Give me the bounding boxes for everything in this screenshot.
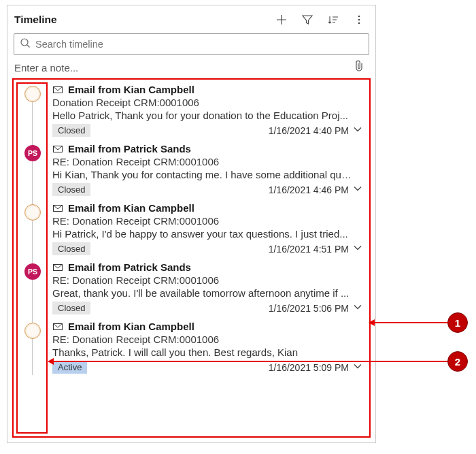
chevron-down-icon[interactable] <box>353 184 362 196</box>
item-subject: RE: Donation Receipt CRM:0001006 <box>52 334 364 345</box>
timestamp: 1/16/2021 4:46 PM <box>269 184 349 195</box>
header-actions <box>272 10 369 29</box>
footer-right: 1/16/2021 4:40 PM <box>269 125 362 137</box>
chevron-down-icon[interactable] <box>353 243 362 255</box>
timeline-item[interactable]: PSEmail from Patrick SandsRE: Donation R… <box>14 139 369 198</box>
item-subject: RE: Donation Receipt CRM:0001006 <box>52 215 364 227</box>
item-subject: RE: Donation Receipt CRM:0001006 <box>52 274 364 286</box>
timestamp: 1/16/2021 4:51 PM <box>269 244 349 255</box>
callout-2: 2 <box>447 351 468 372</box>
note-row[interactable]: Enter a note... <box>7 59 375 77</box>
callout-1: 1 <box>447 312 468 333</box>
footer-right: 1/16/2021 5:06 PM <box>269 302 362 314</box>
status-badge: Closed <box>52 124 90 137</box>
mail-icon <box>52 144 63 155</box>
attachment-icon[interactable] <box>354 60 364 75</box>
timeline-item[interactable]: PSEmail from Patrick SandsRE: Donation R… <box>14 257 369 317</box>
footer-right: 1/16/2021 4:46 PM <box>269 184 362 196</box>
timeline-item[interactable]: Email from Kian CampbellDonation Receipt… <box>14 80 369 139</box>
item-footer: Closed1/16/2021 4:40 PM <box>52 124 364 137</box>
timestamp: 1/16/2021 4:40 PM <box>269 125 349 136</box>
svg-point-2 <box>358 22 360 25</box>
avatar: PS <box>24 145 41 161</box>
avatar <box>24 204 41 221</box>
mail-icon <box>52 262 63 273</box>
chevron-down-icon[interactable] <box>353 361 362 374</box>
callout-2-arrow <box>53 361 450 362</box>
status-badge: Closed <box>52 183 90 196</box>
avatar: PS <box>24 263 41 280</box>
callout-1-arrowhead <box>369 319 375 326</box>
timeline-item[interactable]: Email from Kian CampbellRE: Donation Rec… <box>14 317 369 376</box>
add-icon[interactable] <box>272 10 291 29</box>
more-icon[interactable] <box>350 10 369 29</box>
mail-icon <box>52 203 63 214</box>
item-footer: Closed1/16/2021 4:51 PM <box>52 242 364 255</box>
status-badge: Active <box>52 361 87 374</box>
timeline-panel: Timeline Enter a note... <box>7 5 376 443</box>
item-preview: Hi Patrick, I'd be happy to answer your … <box>52 228 355 240</box>
footer-right: 1/16/2021 4:51 PM <box>269 243 362 255</box>
timeline-body: Email from Kian CampbellDonation Receipt… <box>12 78 371 438</box>
search-box[interactable] <box>14 33 369 55</box>
item-preview: Hello Patrick, Thank you for your donati… <box>52 110 355 121</box>
item-preview: Hi Kian, Thank you for contacting me. I … <box>52 169 355 180</box>
svg-point-3 <box>21 39 28 46</box>
avatar <box>24 323 41 339</box>
callout-2-arrowhead <box>48 358 54 365</box>
chevron-down-icon[interactable] <box>353 125 362 137</box>
item-title: Email from Patrick Sands <box>68 261 191 273</box>
mail-icon <box>52 321 63 332</box>
status-badge: Closed <box>52 242 90 255</box>
panel-header: Timeline <box>7 5 375 33</box>
callout-1-arrow <box>374 322 450 323</box>
footer-right: 1/16/2021 5:09 PM <box>269 361 362 374</box>
item-preview: Great, thank you. I'll be available tomo… <box>52 287 355 299</box>
item-title-row: Email from Kian Campbell <box>52 84 364 95</box>
timestamp: 1/16/2021 5:06 PM <box>269 303 349 314</box>
item-title: Email from Kian Campbell <box>68 84 194 95</box>
item-title: Email from Kian Campbell <box>68 202 194 214</box>
item-body: Email from Kian CampbellRE: Donation Rec… <box>52 202 364 255</box>
search-input[interactable] <box>35 39 363 50</box>
item-title: Email from Patrick Sands <box>68 143 191 155</box>
item-body: Email from Kian CampbellRE: Donation Rec… <box>52 321 364 374</box>
search-row <box>7 33 375 59</box>
item-footer: Closed1/16/2021 5:06 PM <box>52 302 364 314</box>
item-preview: Thanks, Patrick. I will call you then. B… <box>52 346 355 358</box>
chevron-down-icon[interactable] <box>353 302 362 314</box>
status-badge: Closed <box>52 302 90 314</box>
item-title-row: Email from Kian Campbell <box>52 202 364 214</box>
panel-title: Timeline <box>14 14 57 26</box>
item-body: Email from Kian CampbellDonation Receipt… <box>52 84 364 137</box>
item-body: Email from Patrick SandsRE: Donation Rec… <box>52 143 364 196</box>
item-footer: Active1/16/2021 5:09 PM <box>52 361 364 374</box>
item-title-row: Email from Kian Campbell <box>52 321 364 332</box>
item-subject: RE: Donation Receipt CRM:0001006 <box>52 156 364 167</box>
item-body: Email from Patrick SandsRE: Donation Rec… <box>52 261 364 314</box>
timeline-item[interactable]: Email from Kian CampbellRE: Donation Rec… <box>14 198 369 257</box>
svg-point-0 <box>358 16 360 18</box>
filter-icon[interactable] <box>298 10 317 29</box>
svg-point-1 <box>358 19 360 21</box>
sort-icon[interactable] <box>324 10 343 29</box>
item-subject: Donation Receipt CRM:0001006 <box>52 97 364 108</box>
avatar <box>24 86 41 102</box>
timestamp: 1/16/2021 5:09 PM <box>269 362 349 373</box>
item-title-row: Email from Patrick Sands <box>52 261 364 273</box>
item-title-row: Email from Patrick Sands <box>52 143 364 155</box>
item-title: Email from Kian Campbell <box>68 321 194 332</box>
note-placeholder: Enter a note... <box>14 62 78 74</box>
mail-icon <box>52 84 63 95</box>
search-icon <box>20 37 31 51</box>
item-footer: Closed1/16/2021 4:46 PM <box>52 183 364 196</box>
